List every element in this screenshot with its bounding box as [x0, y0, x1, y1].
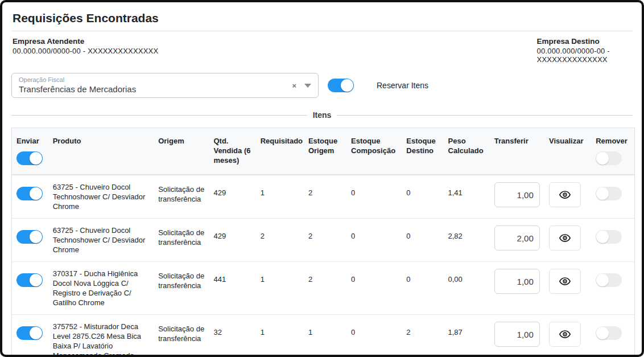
page-title: Requisições Encontradas — [11, 9, 633, 31]
produto-cell: 370317 - Ducha Higiênica Docol Nova Lógg… — [48, 262, 154, 315]
column-header-produto: Produto — [48, 128, 154, 175]
estoque-composicao-cell: 0 — [346, 175, 402, 219]
visualizar-button[interactable] — [549, 269, 581, 294]
origem-cell: Solicitação de transferência — [154, 175, 209, 219]
estoque-origem-cell: 2 — [304, 175, 346, 219]
estoque-origem-cell: 1 — [304, 315, 346, 357]
table-row: 63725 - Chuveiro Docol Technoshower C/ D… — [12, 219, 635, 262]
estoque-destino-cell: 0 — [402, 175, 443, 219]
eye-icon — [559, 328, 571, 340]
remover-toggle[interactable] — [596, 326, 622, 340]
table-row: 370317 - Ducha Higiênica Docol Nova Lógg… — [12, 262, 635, 315]
estoque-destino-cell: 0 — [402, 262, 443, 315]
column-header-requisitado: Requisitado — [256, 128, 304, 175]
estoque-destino-cell: 2 — [402, 315, 443, 357]
qtd-vendida-cell: 429 — [209, 219, 255, 262]
items-section-title: Itens — [307, 110, 337, 120]
requisitado-cell: 1 — [256, 315, 304, 357]
reserve-items-toggle[interactable] — [328, 79, 354, 92]
destination-company-block: Empresa Destino 00.000.000/0000-00 - XXX… — [216, 37, 633, 64]
controls-row: Operação Fiscal Transferências de Mercad… — [11, 73, 633, 98]
remover-toggle[interactable] — [596, 273, 622, 287]
toggle-knob — [596, 152, 609, 165]
company-info-row: Empresa Atendente 00.000.000/0000-00 - X… — [11, 37, 633, 64]
column-label: Enviar — [16, 136, 44, 146]
attendant-company-block: Empresa Atendente 00.000.000/0000-00 - X… — [11, 37, 216, 64]
estoque-origem-cell: 2 — [304, 262, 346, 315]
column-header-qtd-vendida: Qtd. Vendida (6 meses) — [209, 128, 255, 175]
table-header-row: Enviar Produto Origem Qtd. Vendida (6 me… — [12, 128, 635, 175]
qtd-vendida-cell: 429 — [209, 175, 255, 219]
enviar-toggle[interactable] — [16, 326, 43, 340]
transferir-input[interactable] — [494, 269, 540, 294]
qtd-vendida-cell: 441 — [209, 262, 255, 315]
title-divider — [11, 31, 633, 31]
destination-company-label: Empresa Destino — [537, 37, 633, 46]
toggle-knob — [596, 327, 609, 339]
visualizar-button[interactable] — [549, 322, 581, 347]
peso-calculado-cell: 2,82 — [444, 219, 490, 262]
column-header-estoque-composicao: Estoque Composição — [346, 128, 402, 175]
transferir-input[interactable] — [494, 182, 540, 207]
peso-calculado-cell: 1,87 — [444, 315, 490, 357]
column-label: Remover — [596, 136, 630, 146]
enviar-toggle[interactable] — [16, 230, 43, 244]
requisitado-cell: 1 — [256, 262, 304, 315]
toggle-knob — [596, 274, 609, 286]
estoque-origem-cell: 2 — [304, 219, 346, 262]
column-header-origem: Origem — [154, 128, 209, 175]
chevron-down-icon[interactable] — [304, 84, 311, 88]
reserve-items-control: Reservar Itens — [328, 79, 428, 92]
estoque-destino-cell: 0 — [402, 219, 443, 262]
toggle-knob — [341, 79, 353, 92]
destination-company-value: 00.000.000/0000-00 - XXXXXXXXXXXXXX — [537, 47, 633, 64]
origem-cell: Solicitação de transferência — [154, 219, 209, 262]
estoque-composicao-cell: 0 — [346, 262, 402, 315]
qtd-vendida-cell: 32 — [209, 315, 255, 357]
table-row: 63725 - Chuveiro Docol Technoshower C/ D… — [12, 175, 635, 219]
divider-line — [337, 115, 633, 116]
requisitions-panel: Requisições Encontradas Empresa Atendent… — [0, 0, 644, 357]
origem-cell: Solicitação de transferência — [154, 315, 209, 357]
toggle-knob — [30, 152, 42, 165]
remover-all-toggle[interactable] — [596, 151, 622, 165]
toggle-knob — [30, 274, 42, 286]
requisitado-cell: 2 — [256, 219, 304, 262]
origem-cell: Solicitação de transferência — [154, 262, 209, 315]
toggle-knob — [30, 327, 42, 339]
column-header-visualizar: Visualizar — [544, 128, 591, 175]
visualizar-button[interactable] — [549, 182, 581, 207]
requisitado-cell: 1 — [256, 175, 304, 219]
toggle-knob — [596, 187, 609, 200]
clear-icon[interactable]: × — [292, 81, 296, 91]
fiscal-operation-select[interactable]: Operação Fiscal Transferências de Mercad… — [11, 73, 319, 98]
remover-toggle[interactable] — [596, 230, 622, 244]
enviar-toggle[interactable] — [16, 273, 43, 287]
reserve-items-label: Reservar Itens — [377, 81, 428, 90]
produto-cell: 63725 - Chuveiro Docol Technoshower C/ D… — [48, 175, 154, 219]
fiscal-operation-value: Transferências de Mercadorias — [19, 84, 284, 95]
enviar-toggle[interactable] — [16, 187, 43, 200]
column-header-estoque-destino: Estoque Destino — [402, 128, 443, 175]
column-header-estoque-origem: Estoque Origem — [304, 128, 346, 175]
peso-calculado-cell: 1,41 — [444, 175, 490, 219]
items-section-divider: Itens — [11, 110, 633, 120]
column-header-peso-calculado: Peso Calculado — [444, 128, 490, 175]
eye-icon — [559, 275, 571, 288]
table-row: 375752 - Misturador Deca Level 2875.C26 … — [12, 315, 635, 357]
toggle-knob — [30, 231, 42, 243]
toggle-knob — [30, 187, 42, 200]
transferir-input[interactable] — [494, 322, 540, 347]
produto-cell: 375752 - Misturador Deca Level 2875.C26 … — [48, 315, 154, 357]
eye-icon — [559, 188, 571, 201]
remover-toggle[interactable] — [596, 187, 622, 200]
enviar-all-toggle[interactable] — [16, 151, 43, 165]
fiscal-operation-label: Operação Fiscal — [19, 76, 284, 83]
divider-line — [11, 115, 307, 116]
transferir-input[interactable] — [494, 225, 540, 251]
visualizar-button[interactable] — [549, 225, 581, 251]
attendant-company-value: 00.000.000/0000-00 - XXXXXXXXXXXXXX — [13, 47, 216, 55]
peso-calculado-cell: 0,00 — [444, 262, 490, 315]
toggle-knob — [596, 231, 609, 243]
produto-cell: 63725 - Chuveiro Docol Technoshower C/ D… — [48, 219, 154, 262]
